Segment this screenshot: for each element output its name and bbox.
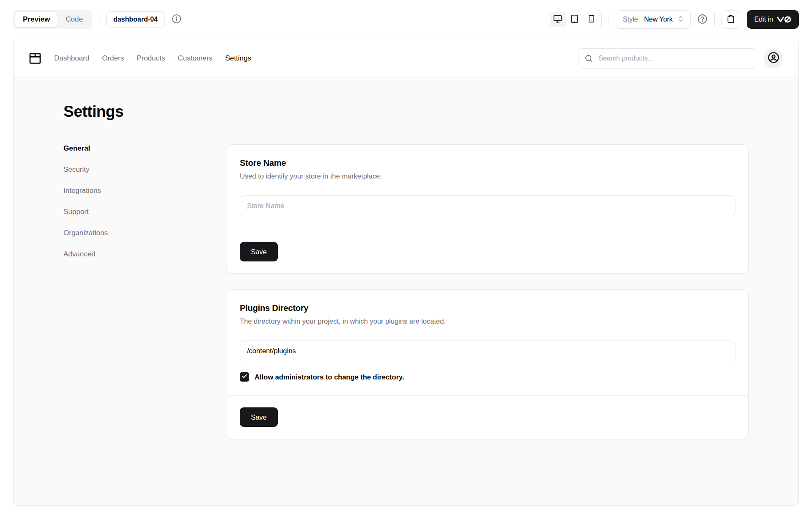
store-name-save-button[interactable]: Save [240, 242, 278, 261]
preview-frame: Dashboard Orders Products Customers Sett… [13, 39, 799, 506]
block-name-badge: dashboard-04 [106, 11, 165, 27]
tab-preview[interactable]: Preview [15, 11, 58, 27]
help-button[interactable] [697, 14, 708, 25]
plugins-directory-input[interactable] [240, 341, 735, 361]
toolbar-divider [714, 13, 715, 26]
plugins-directory-card-description: The directory within your project, in wh… [240, 317, 735, 325]
info-button[interactable] [172, 14, 181, 25]
user-menu-button[interactable] [764, 49, 783, 68]
clipboard-icon [727, 15, 735, 25]
tablet-icon [570, 14, 579, 25]
info-icon [172, 14, 181, 25]
allow-admins-row: Allow administrators to change the direc… [240, 372, 735, 382]
navbar-right [579, 48, 783, 69]
monitor-icon [553, 14, 562, 25]
settings-layout: General Security Integrations Support Or… [63, 144, 749, 439]
edit-in-v0-label: Edit in [754, 16, 773, 23]
device-mobile-button[interactable] [584, 12, 600, 27]
settings-cards: Store Name Used to identify your store i… [227, 144, 749, 439]
search-icon [584, 54, 593, 64]
sidebar-item-security[interactable]: Security [63, 165, 190, 174]
store-name-card-body: Store Name Used to identify your store i… [227, 145, 748, 230]
circle-user-icon [768, 52, 779, 65]
help-circle-icon [697, 14, 708, 25]
tab-code[interactable]: Code [58, 12, 91, 27]
search-input[interactable] [579, 48, 756, 69]
nav-link-settings[interactable]: Settings [225, 54, 251, 63]
plugins-directory-card: Plugins Directory The directory within y… [227, 289, 749, 439]
settings-main: Settings General Security Integrations S… [14, 77, 798, 439]
device-toggle-group [548, 10, 602, 29]
sidebar-item-general[interactable]: General [63, 144, 190, 153]
plugins-directory-card-title: Plugins Directory [240, 303, 735, 313]
style-select[interactable]: Style: New York [616, 10, 691, 29]
allow-admins-label[interactable]: Allow administrators to change the direc… [255, 373, 404, 381]
nav-link-products[interactable]: Products [137, 54, 165, 63]
page-title: Settings [63, 103, 749, 121]
nav-link-dashboard[interactable]: Dashboard [54, 54, 89, 63]
sidebar-item-advanced[interactable]: Advanced [63, 250, 190, 258]
store-name-card: Store Name Used to identify your store i… [227, 144, 749, 274]
plugins-directory-card-footer: Save [227, 395, 748, 439]
edit-in-v0-button[interactable]: Edit in [747, 10, 799, 29]
style-select-label: Style: [623, 16, 640, 23]
search-field-wrap [579, 48, 756, 69]
store-name-card-description: Used to identify your store in the marke… [240, 172, 735, 180]
store-name-input[interactable] [240, 195, 735, 216]
store-logo-icon[interactable] [29, 52, 41, 65]
app-navbar: Dashboard Orders Products Customers Sett… [14, 39, 798, 77]
top-toolbar: Preview Code dashboard-04 Style: New [0, 0, 812, 39]
chevrons-up-down-icon [677, 15, 684, 24]
store-name-card-footer: Save [227, 230, 748, 273]
style-select-value: New York [644, 16, 673, 23]
nav-link-orders[interactable]: Orders [102, 54, 124, 63]
plugins-directory-save-button[interactable]: Save [240, 407, 278, 427]
settings-sidebar: General Security Integrations Support Or… [63, 144, 190, 258]
view-tabs: Preview Code [13, 10, 92, 29]
smartphone-icon [587, 15, 595, 24]
sidebar-item-support[interactable]: Support [63, 208, 190, 216]
store-name-card-title: Store Name [240, 158, 735, 168]
sidebar-item-organizations[interactable]: Organizations [63, 229, 190, 237]
device-desktop-button[interactable] [550, 12, 566, 27]
toolbar-divider [99, 13, 99, 26]
plugins-directory-card-body: Plugins Directory The directory within y… [227, 290, 748, 395]
device-tablet-button[interactable] [567, 12, 583, 27]
nav-link-customers[interactable]: Customers [178, 54, 212, 63]
v0-logo-icon [777, 16, 791, 23]
allow-admins-checkbox[interactable] [240, 372, 249, 382]
sidebar-item-integrations[interactable]: Integrations [63, 187, 190, 195]
copy-code-button[interactable] [721, 10, 740, 29]
check-icon [241, 373, 247, 381]
toolbar-divider [609, 13, 609, 26]
